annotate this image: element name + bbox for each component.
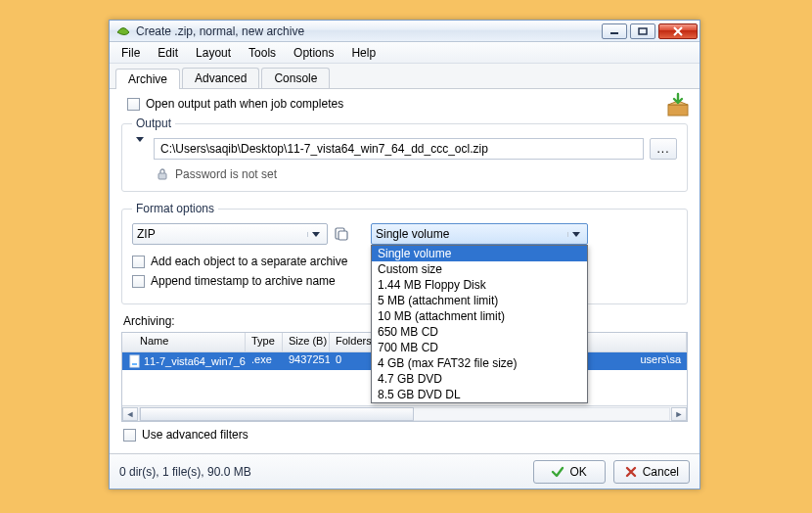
tab-advanced[interactable]: Advanced bbox=[182, 68, 259, 88]
tabs: Archive Advanced Console bbox=[110, 64, 699, 89]
menubar: File Edit Layout Tools Options Help bbox=[110, 42, 699, 64]
footer: 0 dir(s), 1 file(s), 90.0 MB OK Cancel bbox=[110, 453, 699, 489]
chk-append-ts[interactable] bbox=[132, 275, 145, 288]
chk-add-each-row[interactable]: Add each object to a separate archive bbox=[132, 255, 357, 268]
output-legend: Output bbox=[132, 117, 175, 130]
volume-option[interactable]: Custom size bbox=[372, 261, 587, 277]
volume-option[interactable]: 650 MB CD bbox=[372, 324, 587, 340]
volume-combo[interactable]: Single volume bbox=[371, 223, 588, 245]
output-collapse-icon[interactable] bbox=[132, 142, 148, 156]
volume-option[interactable]: 4 GB (max FAT32 file size) bbox=[372, 355, 587, 371]
format-legend: Format options bbox=[132, 202, 218, 215]
ok-button[interactable]: OK bbox=[533, 460, 606, 484]
chk-append-ts-label: Append timestamp to archive name bbox=[151, 274, 336, 288]
open-output-label: Open output path when job completes bbox=[146, 97, 343, 111]
titlebar[interactable]: Create .zip, normal, new archive bbox=[110, 21, 699, 42]
volume-option[interactable]: 1.44 MB Floppy Disk bbox=[372, 277, 587, 293]
chk-add-each[interactable] bbox=[132, 256, 145, 268]
svg-rect-1 bbox=[639, 28, 647, 34]
scroll-right-icon[interactable]: ► bbox=[671, 407, 687, 421]
scroll-thumb[interactable] bbox=[140, 407, 414, 421]
svg-rect-6 bbox=[130, 355, 139, 367]
file-icon bbox=[128, 354, 142, 368]
client-area: Open output path when job completes Outp… bbox=[110, 89, 699, 453]
scroll-track[interactable] bbox=[139, 407, 670, 421]
row-type: .exe bbox=[246, 352, 283, 370]
format-group: Format options ZIP bbox=[121, 202, 688, 304]
menu-options[interactable]: Options bbox=[286, 44, 341, 62]
password-text: Password is not set bbox=[175, 167, 277, 181]
volume-option[interactable]: Single volume bbox=[372, 246, 587, 261]
adv-filters-row[interactable]: Use advanced filters bbox=[121, 428, 688, 442]
chk-add-each-label: Add each object to a separate archive bbox=[151, 255, 347, 268]
hdr-type[interactable]: Type bbox=[246, 333, 283, 351]
listview-scrollbar[interactable]: ◄ ► bbox=[122, 405, 687, 421]
menu-help[interactable]: Help bbox=[343, 44, 383, 62]
volume-option[interactable]: 10 MB (attachment limit) bbox=[372, 308, 587, 324]
svg-rect-5 bbox=[338, 231, 347, 240]
volume-combo-dropdown-icon bbox=[567, 232, 583, 237]
close-button[interactable] bbox=[658, 23, 698, 39]
row-folders: 0 bbox=[330, 352, 375, 370]
tab-archive[interactable]: Archive bbox=[115, 69, 180, 89]
volume-dropdown-list[interactable]: Single volumeCustom size1.44 MB Floppy D… bbox=[371, 245, 588, 403]
row-name: 11-7_vista64_win7_64_d bbox=[144, 355, 246, 367]
app-icon bbox=[115, 23, 131, 39]
menu-layout[interactable]: Layout bbox=[188, 44, 239, 62]
volume-option[interactable]: 4.7 GB DVD bbox=[372, 371, 587, 387]
open-output-checkbox[interactable] bbox=[127, 98, 140, 111]
cancel-button[interactable]: Cancel bbox=[613, 460, 690, 484]
menu-file[interactable]: File bbox=[113, 44, 148, 62]
row-size: 94372512 bbox=[283, 352, 330, 370]
password-row[interactable]: Password is not set bbox=[132, 167, 677, 181]
scroll-left-icon[interactable]: ◄ bbox=[122, 407, 138, 421]
format-combo[interactable]: ZIP bbox=[132, 223, 328, 245]
format-combo-dropdown-icon bbox=[307, 232, 323, 237]
lock-icon bbox=[156, 167, 169, 181]
app-window: Create .zip, normal, new archive File Ed… bbox=[109, 20, 700, 490]
open-output-row[interactable]: Open output path when job completes bbox=[127, 97, 688, 111]
volume-option[interactable]: 700 MB CD bbox=[372, 340, 587, 355]
cancel-label: Cancel bbox=[643, 465, 679, 479]
volume-option[interactable]: 8.5 GB DVD DL bbox=[372, 387, 587, 402]
hdr-name[interactable]: Name bbox=[122, 333, 246, 351]
cancel-icon bbox=[624, 465, 638, 479]
chk-append-ts-row[interactable]: Append timestamp to archive name bbox=[132, 274, 357, 288]
svg-rect-2 bbox=[668, 105, 688, 116]
format-info-icon[interactable] bbox=[334, 226, 349, 242]
status-text: 0 dir(s), 1 file(s), 90.0 MB bbox=[119, 465, 525, 479]
output-path-input[interactable]: C:\Users\saqib\Desktop\11-7_vista64_win7… bbox=[154, 138, 644, 160]
maximize-button[interactable] bbox=[630, 23, 655, 39]
hdr-folders[interactable]: Folders bbox=[330, 333, 375, 351]
ok-label: OK bbox=[569, 465, 586, 479]
hdr-size[interactable]: Size (B) bbox=[283, 333, 330, 351]
svg-rect-3 bbox=[158, 173, 166, 179]
menu-tools[interactable]: Tools bbox=[241, 44, 284, 62]
browse-label: ... bbox=[656, 142, 669, 156]
window-title: Create .zip, normal, new archive bbox=[136, 24, 602, 38]
archive-icon bbox=[664, 91, 692, 118]
adv-filters-checkbox[interactable] bbox=[123, 429, 136, 442]
adv-filters-label: Use advanced filters bbox=[142, 428, 248, 442]
browse-button[interactable]: ... bbox=[650, 138, 677, 160]
svg-rect-7 bbox=[132, 363, 137, 365]
volume-value: Single volume bbox=[376, 227, 449, 241]
menu-edit[interactable]: Edit bbox=[150, 44, 186, 62]
output-group: Output C:\Users\saqib\Desktop\11-7_vista… bbox=[121, 117, 688, 192]
minimize-button[interactable] bbox=[602, 23, 627, 39]
svg-rect-0 bbox=[610, 32, 618, 34]
format-value: ZIP bbox=[137, 227, 156, 241]
tab-console[interactable]: Console bbox=[261, 68, 330, 88]
volume-option[interactable]: 5 MB (attachment limit) bbox=[372, 293, 587, 308]
output-path-text: C:\Users\saqib\Desktop\11-7_vista64_win7… bbox=[160, 142, 488, 156]
check-icon bbox=[551, 465, 564, 479]
